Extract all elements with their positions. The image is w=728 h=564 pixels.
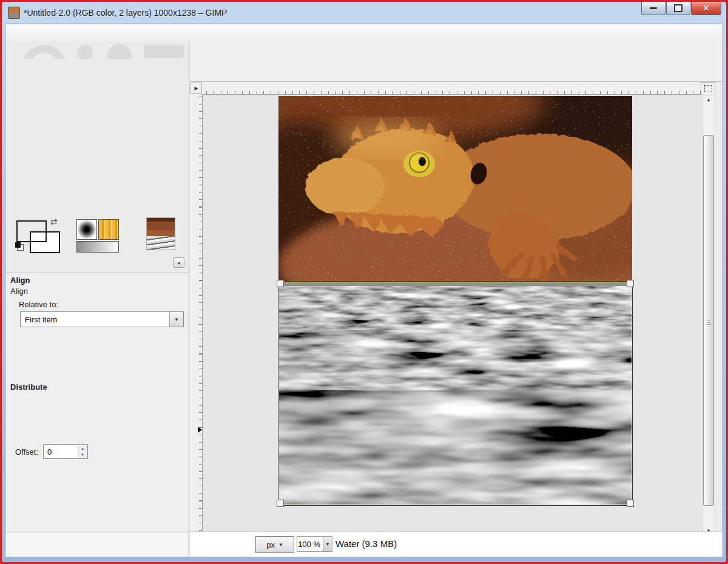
image-tab-strip: [190, 41, 723, 82]
zoom-value: 100 %: [297, 536, 323, 552]
canvas-zone: ▶: [190, 41, 723, 557]
canvas-viewport[interactable]: [203, 95, 701, 535]
watermark-shape: [77, 45, 93, 59]
layer-handle-bottom-right[interactable]: [627, 500, 634, 507]
lizard-layer-image[interactable]: [278, 96, 632, 282]
active-gradient-preview[interactable]: [76, 241, 119, 253]
watermark-shape: [107, 44, 132, 59]
close-button[interactable]: ✕: [691, 2, 721, 15]
relative-to-label: Relative to:: [19, 300, 58, 309]
collapse-arrow-icon: ◂: [177, 260, 180, 266]
dock-tab-bar: [6, 254, 187, 273]
spin-up-icon[interactable]: ▲: [78, 446, 87, 452]
align-section-label: Align: [10, 287, 28, 296]
dropdown-arrow-icon[interactable]: ▼: [169, 312, 183, 327]
vertical-scroll-thumb[interactable]: [703, 135, 714, 506]
horizontal-ruler[interactable]: [202, 82, 701, 95]
minimize-button[interactable]: [641, 2, 666, 15]
swap-colors-icon[interactable]: ⇄: [50, 217, 58, 226]
foreground-color-swatch[interactable]: [16, 220, 47, 242]
offset-input[interactable]: 0 ▲▼: [43, 444, 88, 459]
dock-collapse-button[interactable]: ◂: [173, 257, 184, 268]
minimize-icon: [650, 7, 657, 9]
scroll-up-icon[interactable]: ▲: [703, 95, 715, 104]
relative-to-dropdown[interactable]: First item ▼: [20, 311, 184, 327]
zoom-fit-icon: [704, 85, 712, 92]
ruler-corner-button[interactable]: ▶: [190, 83, 202, 94]
pointer-position-marker: [198, 427, 202, 433]
offset-value: 0: [47, 447, 52, 457]
default-colors-icon[interactable]: [15, 242, 21, 248]
status-message: Water (9.3 MB): [335, 539, 397, 549]
tool-options-panel: Align Align Relative to: First item ▼ Di…: [5, 273, 188, 532]
offset-spinner[interactable]: ▲▼: [78, 446, 87, 458]
layer-handle-bottom-left[interactable]: [277, 500, 284, 507]
gimp-window: *Untitled-2.0 (RGB color, 2 layers) 1000…: [2, 2, 726, 562]
menu-bar: [5, 24, 723, 42]
spin-down-icon[interactable]: ▼: [78, 452, 87, 458]
watermark-shape: [144, 45, 184, 58]
watermark-shape: [22, 45, 66, 59]
wilber-watermark: [5, 42, 187, 59]
window-icon: [8, 7, 20, 19]
restore-button[interactable]: [666, 2, 690, 15]
offset-label: Offset:: [15, 447, 38, 457]
layer-handle-top-left[interactable]: [277, 280, 284, 287]
vertical-ruler[interactable]: [190, 94, 203, 535]
dock-bottom-bar: [5, 532, 188, 557]
client-area: ⇄ ◂ Align Align Relative to: First item …: [5, 24, 723, 557]
active-pattern-preview[interactable]: [98, 219, 119, 240]
title-bar[interactable]: *Untitled-2.0 (RGB color, 2 layers) 1000…: [2, 2, 726, 24]
unit-dropdown-arrow-icon: ▼: [278, 542, 283, 548]
relative-to-value: First item: [21, 315, 169, 324]
distribute-section-label: Distribute: [10, 382, 47, 392]
layer-handle-top-right[interactable]: [627, 280, 634, 287]
zoom-dropdown-arrow-icon[interactable]: ▼: [323, 536, 332, 552]
restore-icon: [674, 4, 682, 12]
color-area[interactable]: ⇄: [16, 220, 67, 252]
open-image-thumbnail[interactable]: [146, 217, 175, 250]
active-brush-preview[interactable]: [76, 219, 97, 240]
unit-dropdown[interactable]: px ▼: [255, 536, 294, 553]
vertical-scrollbar[interactable]: ▲ ▼: [702, 95, 715, 535]
water-layer-image[interactable]: [278, 282, 632, 505]
scroll-grip: [707, 321, 710, 325]
zoom-fit-button[interactable]: [701, 82, 715, 95]
unit-value: px: [266, 540, 275, 549]
close-icon: ✕: [703, 4, 710, 13]
window-title: *Untitled-2.0 (RGB color, 2 layers) 1000…: [24, 8, 227, 18]
zoom-combo[interactable]: 100 % ▼: [297, 536, 332, 552]
status-bar: px ▼ 100 % ▼ Water (9.3 MB): [190, 531, 723, 557]
toolbox-dock: ⇄ ◂ Align Align Relative to: First item …: [5, 41, 188, 557]
panel-title: Align: [10, 276, 30, 285]
screenshot-root: *Untitled-2.0 (RGB color, 2 layers) 1000…: [0, 0, 728, 564]
